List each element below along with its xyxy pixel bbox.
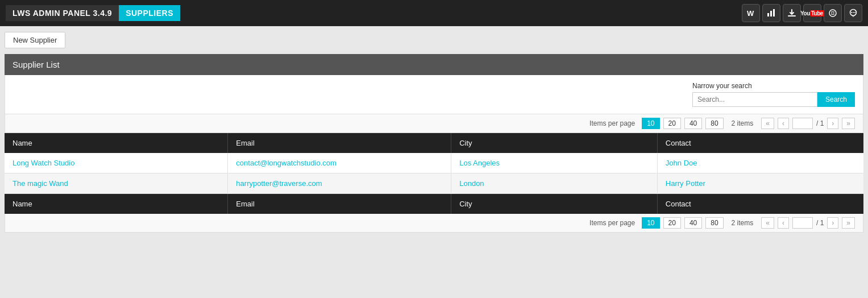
toolbar: New Supplier — [0, 26, 868, 54]
app-section: SUPPLIERS — [119, 5, 180, 21]
svg-rect-1 — [767, 13, 769, 16]
supplier-city: London — [459, 179, 484, 188]
section-header: Supplier List — [5, 54, 863, 75]
supplier-email-link[interactable]: harrypotter@traverse.com — [236, 179, 322, 188]
col-header-city: City — [451, 133, 658, 153]
per-page-80-top[interactable]: 80 — [705, 118, 723, 129]
app-title: LWS ADMIN PANEL 3.4.9 — [6, 5, 119, 21]
page-input-top[interactable]: 1 — [792, 118, 813, 129]
col-footer-email: Email — [228, 194, 451, 214]
youtube-icon[interactable]: YouTube — [803, 4, 821, 22]
pagination-top-bar: Items per page 10 20 40 80 2 items « ‹ 1… — [5, 114, 863, 133]
supplier-contact: John Doe — [666, 159, 697, 167]
new-supplier-button[interactable]: New Supplier — [5, 32, 65, 48]
search-button[interactable]: Search — [817, 92, 855, 107]
table-header-row: Name Email City Contact — [5, 133, 863, 153]
per-page-10-top[interactable]: 10 — [642, 118, 659, 129]
col-footer-city: City — [451, 194, 658, 214]
page-input-bottom[interactable]: 1 — [792, 217, 813, 229]
table-row: The magic Wand harrypotter@traverse.com … — [5, 173, 863, 194]
items-count-top: 2 items — [732, 119, 754, 127]
section-title: Supplier List — [13, 60, 60, 69]
svg-rect-2 — [770, 11, 772, 16]
discord-icon[interactable] — [824, 4, 842, 22]
svg-text:W: W — [747, 9, 754, 18]
cell-name: Long Watch Studio — [5, 153, 228, 173]
col-footer-contact: Contact — [657, 194, 863, 214]
cell-email: contact@longwatchstudio.com — [228, 153, 451, 173]
search-row: Search — [692, 92, 855, 107]
search-group: Narrow your search Search — [692, 82, 855, 107]
supplier-contact: Harry Potter — [666, 179, 705, 188]
first-page-top[interactable]: « — [761, 118, 774, 129]
supplier-name-link[interactable]: The magic Wand — [13, 179, 68, 188]
search-input[interactable] — [692, 92, 817, 107]
supplier-city: Los Angeles — [459, 159, 500, 167]
next-page-bottom[interactable]: › — [827, 217, 838, 229]
supplier-name-link[interactable]: Long Watch Studio — [13, 159, 74, 167]
download-icon[interactable] — [783, 4, 801, 22]
per-page-40-top[interactable]: 40 — [684, 118, 702, 129]
content: Supplier List Narrow your search Search … — [0, 54, 868, 238]
col-footer-name: Name — [5, 194, 228, 214]
cell-name: The magic Wand — [5, 173, 228, 194]
pagination-bottom-bar: Items per page 10 20 40 80 2 items « ‹ 1… — [5, 214, 863, 233]
supplier-table: Name Email City Contact Long Watch Studi… — [5, 133, 863, 214]
table-row: Long Watch Studio contact@longwatchstudi… — [5, 153, 863, 173]
chart-icon[interactable] — [762, 4, 780, 22]
cell-city: Los Angeles — [451, 153, 658, 173]
per-page-20-top[interactable]: 20 — [663, 118, 681, 129]
cell-contact: John Doe — [657, 153, 863, 173]
top-nav: LWS ADMIN PANEL 3.4.9 SUPPLIERS W YouTub… — [0, 0, 868, 26]
svg-point-8 — [854, 12, 855, 13]
search-area: Narrow your search Search — [5, 75, 863, 114]
top-nav-icons: W YouTube — [742, 4, 862, 22]
items-per-page-label-top: Items per page — [589, 119, 635, 127]
svg-point-6 — [851, 12, 852, 13]
last-page-bottom[interactable]: » — [842, 217, 855, 229]
table-footer-row: Name Email City Contact — [5, 194, 863, 214]
per-page-10-bottom[interactable]: 10 — [642, 217, 659, 229]
per-page-40-bottom[interactable]: 40 — [684, 217, 702, 229]
next-page-top[interactable]: › — [827, 118, 838, 129]
youtube-label: YouTube — [800, 10, 824, 16]
svg-point-7 — [853, 12, 854, 13]
prev-page-top[interactable]: ‹ — [778, 118, 789, 129]
page-total-bottom: / 1 — [816, 219, 824, 227]
per-page-20-bottom[interactable]: 20 — [663, 217, 681, 229]
cell-city: London — [451, 173, 658, 194]
supplier-email-link[interactable]: contact@longwatchstudio.com — [236, 159, 337, 167]
search-label: Narrow your search — [692, 82, 855, 90]
top-nav-left: LWS ADMIN PANEL 3.4.9 SUPPLIERS — [6, 5, 180, 21]
items-per-page-label-bottom: Items per page — [589, 219, 635, 227]
svg-rect-3 — [773, 9, 775, 16]
svg-point-4 — [829, 10, 836, 16]
col-header-email: Email — [228, 133, 451, 153]
col-header-name: Name — [5, 133, 228, 153]
page-total-top: / 1 — [816, 119, 824, 127]
cell-contact: Harry Potter — [657, 173, 863, 194]
cell-email: harrypotter@traverse.com — [228, 173, 451, 194]
first-page-bottom[interactable]: « — [761, 217, 774, 229]
per-page-80-bottom[interactable]: 80 — [705, 217, 723, 229]
chat-icon[interactable] — [844, 4, 862, 22]
col-header-contact: Contact — [657, 133, 863, 153]
last-page-top[interactable]: » — [842, 118, 855, 129]
w-icon[interactable]: W — [742, 4, 760, 22]
items-count-bottom: 2 items — [732, 219, 754, 227]
prev-page-bottom[interactable]: ‹ — [778, 217, 789, 229]
